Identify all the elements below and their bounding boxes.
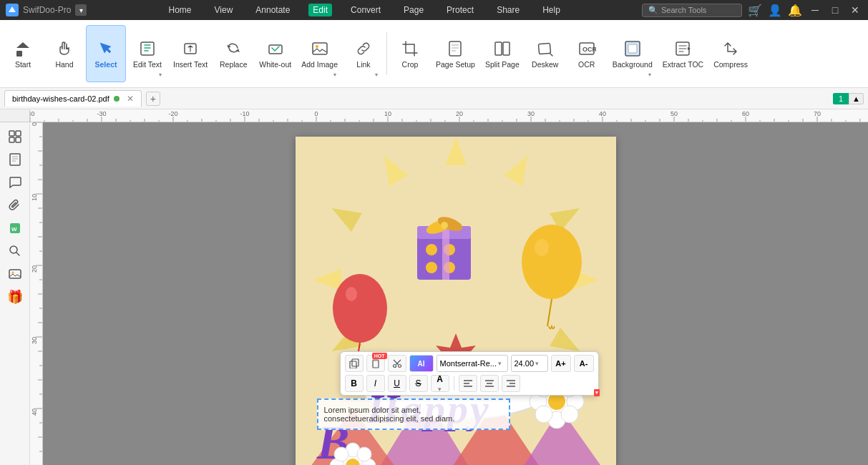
size-down-label: A- [580, 359, 588, 368]
maximize-button[interactable]: □ [828, 4, 842, 16]
format-paste-btn[interactable]: HOT [366, 355, 385, 372]
tool-deskew[interactable]: Deskew [525, 25, 565, 82]
ruler-corner [0, 109, 30, 122]
menu-help[interactable]: Help [538, 4, 565, 16]
font-family-select[interactable]: Montserrat-Re... ▾ [437, 355, 508, 372]
tool-edit-text[interactable]: Edit Text ▾ [127, 25, 167, 82]
bold-btn[interactable]: B [345, 375, 364, 392]
tool-split-page-label: Split Page [485, 60, 520, 69]
left-panel-images[interactable] [5, 264, 25, 284]
left-panel-thumbnails[interactable] [5, 127, 25, 147]
tool-insert-text[interactable]: Insert Text [169, 25, 212, 82]
tool-page-setup[interactable]: Page Setup [431, 25, 479, 82]
tool-background-label: Background [613, 60, 653, 69]
strikethrough-btn[interactable]: S [409, 375, 428, 392]
svg-rect-23 [9, 270, 21, 278]
tab-close-icon[interactable]: ✕ [127, 94, 134, 104]
search-placeholder: Search Tools [661, 6, 706, 14]
menu-page[interactable]: Page [399, 4, 428, 16]
extract-toc-icon [673, 39, 693, 59]
left-panel-word[interactable]: W [5, 218, 25, 238]
tool-hand-label: Hand [55, 60, 73, 69]
tool-compress[interactable]: Compress [709, 25, 752, 82]
menu-home[interactable]: Home [165, 4, 196, 16]
title-bar-left: SwifDoo-Pro ▾ [6, 4, 87, 16]
minimize-button[interactable]: ─ [808, 4, 822, 16]
menu-convert[interactable]: Convert [346, 4, 385, 16]
edit-text-arrow: ▾ [159, 72, 162, 78]
canvas-area[interactable]: Happy B [43, 122, 868, 465]
svg-point-65 [334, 447, 348, 461]
tool-ocr-label: OCR [578, 60, 595, 69]
tool-replace[interactable]: Replace [213, 25, 253, 82]
menu-view[interactable]: View [210, 4, 238, 16]
ocr-icon: OCR [577, 39, 597, 59]
menu-bar: Home View Annotate Edit Convert Page Pro… [165, 4, 565, 16]
svg-rect-9 [538, 43, 550, 54]
link-icon [353, 39, 374, 59]
close-button[interactable]: ✕ [848, 4, 862, 16]
italic-btn[interactable]: I [366, 375, 385, 392]
insert-text-icon [180, 39, 200, 59]
hot-badge: HOT [372, 353, 387, 359]
menu-share[interactable]: Share [492, 4, 524, 16]
text-color-btn[interactable]: A ▾ [431, 375, 449, 392]
left-panel-attachments[interactable] [5, 195, 25, 215]
cut-btn[interactable] [388, 355, 406, 372]
main-toolbar: Start Hand Select Edit Text ▾ Insert Tex… [0, 20, 868, 88]
strike-label: S [415, 378, 421, 388]
dropdown-btn[interactable]: ▾ [75, 4, 87, 16]
align-center-btn[interactable] [480, 375, 499, 392]
menu-protect[interactable]: Protect [442, 4, 478, 16]
tool-add-image[interactable]: Add Image ▾ [297, 25, 342, 82]
pdf-page: Happy B [296, 137, 616, 465]
ruler-horizontal [30, 109, 868, 122]
white-out-icon [265, 39, 286, 59]
left-panel-gift[interactable]: 🎁 [5, 287, 25, 307]
selected-text-box[interactable]: Lorem ipsum dolor sit amet, consectetuer… [317, 398, 510, 430]
title-bar: SwifDoo-Pro ▾ Home View Annotate Edit Co… [0, 0, 868, 20]
tool-white-out-label: White-out [259, 60, 291, 69]
tool-start[interactable]: Start [3, 25, 43, 82]
font-size-increase-btn[interactable]: A+ [551, 355, 571, 372]
tool-link[interactable]: Link ▾ [343, 25, 384, 82]
bell-icon[interactable]: 🔔 [788, 4, 802, 17]
align-right-btn[interactable] [502, 375, 520, 392]
underline-btn[interactable]: U [388, 375, 406, 392]
document-tab[interactable]: birthday-wishes-card-02.pdf ✕ [4, 90, 142, 107]
add-tab-button[interactable]: + [146, 92, 160, 106]
align-left-btn[interactable] [459, 375, 477, 392]
pdf-page-container: Happy B [296, 137, 616, 451]
menu-annotate[interactable]: Annotate [251, 4, 294, 16]
tool-crop[interactable]: Crop [390, 25, 430, 82]
tool-select[interactable]: Select [86, 25, 126, 82]
left-panel-comments[interactable] [5, 172, 25, 192]
hand-icon [54, 39, 74, 59]
svg-rect-89 [352, 359, 359, 366]
search-tools-box[interactable]: 🔍 Search Tools [642, 4, 742, 17]
svg-point-24 [11, 272, 14, 274]
link-arrow: ▾ [375, 72, 378, 78]
user-icon[interactable]: 👤 [768, 4, 782, 17]
ai-btn[interactable]: AI ▾ [409, 355, 434, 372]
tool-extract-toc[interactable]: Extract TOC [658, 25, 708, 82]
svg-rect-92 [374, 359, 378, 361]
add-image-arrow: ▾ [333, 72, 336, 78]
menu-edit[interactable]: Edit [308, 4, 332, 16]
lorem-text: Lorem ipsum dolor sit amet, consectetuer… [324, 406, 455, 423]
format-copy-btn[interactable] [345, 355, 364, 372]
page-nav-up[interactable]: ▲ [849, 93, 864, 104]
tool-hand[interactable]: Hand [44, 25, 84, 82]
background-arrow: ▾ [648, 72, 651, 78]
left-panel-bookmarks[interactable] [5, 150, 25, 170]
tool-ocr[interactable]: OCR OCR [567, 25, 607, 82]
font-size-input[interactable]: 24.00 ▾ [511, 355, 548, 372]
cart-icon[interactable]: 🛒 [748, 4, 762, 17]
left-panel-search[interactable] [5, 241, 25, 261]
text-color-arrow: ▾ [438, 386, 442, 393]
tool-split-page[interactable]: Split Page [481, 25, 524, 82]
tool-background[interactable]: Background ▾ [608, 25, 657, 82]
tool-white-out[interactable]: White-out [255, 25, 296, 82]
svg-point-5 [316, 45, 318, 48]
font-size-decrease-btn[interactable]: A- [574, 355, 594, 372]
